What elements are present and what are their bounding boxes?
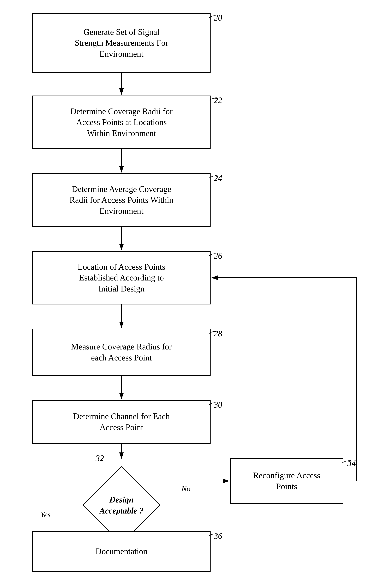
box-location-ap: Location of Access Points Established Ac… [32, 251, 211, 304]
box-reconfigure-text: Reconfigure Access Points [253, 470, 320, 492]
step-label-32: 32 [96, 453, 104, 463]
box-coverage-radii-text: Determine Coverage Radii for Access Poin… [70, 106, 173, 139]
box-reconfigure: Reconfigure Access Points [230, 458, 343, 504]
box-determine-channel-text: Determine Channel for Each Access Point [73, 411, 170, 433]
arrow-label-no: No [181, 484, 191, 493]
box-location-ap-text: Location of Access Points Established Ac… [78, 261, 165, 294]
box-measure-coverage: Measure Coverage Radius for each Access … [32, 329, 211, 376]
box-documentation-text: Documentation [96, 546, 148, 557]
box-determine-channel: Determine Channel for Each Access Point [32, 400, 211, 444]
box-generate-signal: Generate Set of Signal Strength Measurem… [32, 13, 211, 73]
box-avg-coverage: Determine Average Coverage Radii for Acc… [32, 173, 211, 227]
flowchart-diagram: Generate Set of Signal Strength Measurem… [0, 0, 385, 588]
box-documentation: Documentation [32, 531, 211, 572]
arrow-label-yes: Yes [41, 510, 50, 519]
box-coverage-radii: Determine Coverage Radii for Access Poin… [32, 96, 211, 149]
box-generate-signal-text: Generate Set of Signal Strength Measurem… [75, 26, 168, 60]
diamond-text: Design Acceptable ? [70, 494, 173, 516]
box-avg-coverage-text: Determine Average Coverage Radii for Acc… [69, 184, 173, 216]
box-measure-coverage-text: Measure Coverage Radius for each Access … [71, 341, 172, 363]
